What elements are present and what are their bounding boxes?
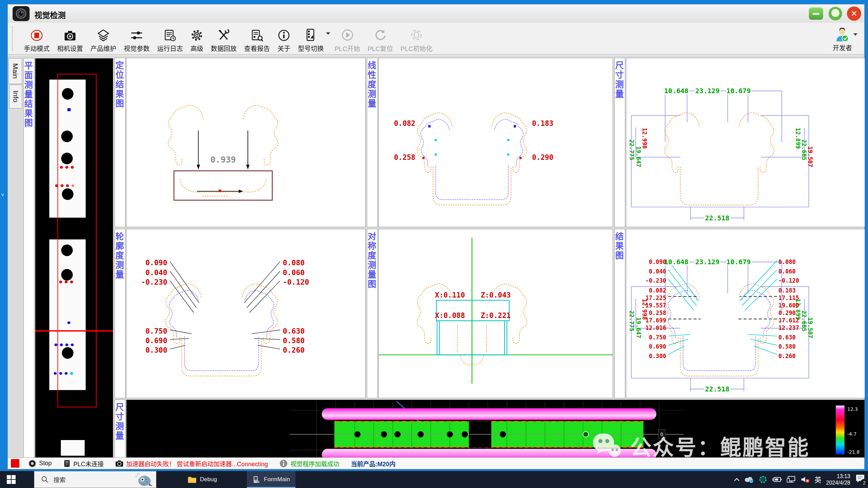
plane-view-label: 平面测量结果图: [23, 58, 34, 459]
plc-start-icon: [341, 28, 354, 42]
toolbar-plc-reset[interactable]: PLC复位: [364, 28, 397, 53]
teal-ring-icon[interactable]: [759, 475, 767, 484]
start-button[interactable]: [0, 471, 22, 488]
result-value: 0.082: [649, 287, 666, 294]
symmetry-value: X:0.088: [435, 311, 465, 320]
toolbar-data-replay[interactable]: 数据回放: [207, 28, 240, 53]
scale-mid-label: -4.7: [847, 431, 856, 437]
tray-expand-icon[interactable]: [734, 477, 740, 482]
info-icon: [277, 28, 290, 42]
developer-label: 开发者: [833, 43, 852, 52]
toolbar-camera-settings[interactable]: 相机设置: [53, 28, 87, 53]
status-accel-error: 加速器启动失败！ 尝试重新启动加速器...Connecting: [115, 459, 268, 468]
toolbar-view-report[interactable]: 查看报告: [240, 28, 274, 53]
positioning-panel-canvas: 0.939: [126, 58, 365, 227]
network-icon[interactable]: [787, 476, 796, 483]
developer-menu[interactable]: 开发者: [833, 29, 858, 52]
model-switch-caret-icon[interactable]: [326, 32, 330, 35]
profile-value: 0.040: [146, 268, 167, 277]
profile-value: 0.090: [146, 259, 167, 267]
symmetry-value: Z:0.043: [481, 291, 511, 299]
developer-caret-icon[interactable]: [853, 33, 857, 36]
toolbar-label: PLC开始: [335, 44, 360, 53]
linearity-value: 0.290: [532, 153, 554, 162]
toolbar-manual-mode[interactable]: 手动模式: [20, 28, 53, 53]
linearity-panel-canvas: 0.082 0.183 0.258 0.290: [378, 58, 613, 227]
report-icon: [250, 28, 264, 42]
volume-muted-icon[interactable]: [800, 476, 810, 483]
app-window: 视觉检测 ✕ 手动模式 相机设置 产品维护 视觉参数 运行日志 高级: [7, 4, 865, 469]
maximize-button[interactable]: [829, 7, 842, 20]
dim-value: 23.129: [695, 87, 720, 95]
dim-value: 10.648: [664, 87, 688, 95]
battery-icon[interactable]: [772, 476, 782, 483]
result-value: 0.060: [778, 268, 796, 274]
dim-value: 12.899: [795, 128, 801, 149]
linearity-panel-label: 线性度测量: [367, 58, 378, 227]
profile-panel-canvas: 0.090 0.040 -0.230 0.750 0.690 0.300 0.0…: [126, 229, 365, 398]
result-value: 12.016: [645, 324, 666, 331]
tools-icon: [217, 28, 230, 42]
toolbar-label: PLC初始化: [401, 44, 432, 53]
profile-value: 0.260: [283, 346, 305, 355]
sliders-icon: [130, 28, 143, 42]
profile-value: -0.120: [283, 278, 309, 286]
taskbar: 搜索 Debug FormMain 英 13:13 2024/4/28 2: [0, 471, 868, 488]
symmetry-value: X:0.110: [435, 291, 465, 299]
dim-value: 22.518: [705, 214, 730, 222]
profile-value: 0.060: [283, 268, 305, 277]
ime-indicator[interactable]: 英: [815, 475, 821, 485]
toolbar-plc-start[interactable]: PLC开始: [331, 28, 364, 53]
toolbar-label: 手动模式: [24, 44, 50, 53]
camera-alert-icon: [115, 460, 123, 467]
result-value: -0.230: [645, 277, 666, 284]
toolbar-vision-params[interactable]: 视觉参数: [120, 28, 153, 53]
taskbar-search-input[interactable]: 搜索: [34, 471, 156, 488]
cloud-panel-canvas: 0 12.3 -4.7 -21.8: [126, 400, 865, 459]
taskbar-app-debug[interactable]: Debug: [182, 471, 222, 488]
status-load-ok: 视觉程序加载成功: [279, 459, 339, 468]
toolbar-plc-init[interactable]: PLC初始化: [397, 28, 436, 53]
status-bar: Stop PLC未连接 加速器启动失败！ 尝试重新启动加速器...Connect…: [8, 457, 864, 469]
result-value: 0.183: [778, 287, 796, 294]
toolbar-model-switch[interactable]: 型号切换: [294, 28, 327, 53]
tab-info[interactable]: Info: [9, 85, 22, 108]
notification-count: 2: [860, 479, 868, 487]
roi-rectangle: [57, 74, 97, 407]
camera-icon: [64, 28, 76, 42]
linearity-value: 0.082: [394, 119, 415, 128]
info-circle-icon: [279, 459, 288, 468]
minimize-button[interactable]: [809, 7, 823, 20]
system-tray: 英 13:13 2024/4/28 2: [734, 471, 865, 488]
close-button[interactable]: ✕: [847, 6, 861, 21]
result-value: 0.630: [778, 334, 796, 341]
profile-value: 0.300: [146, 346, 167, 355]
taskbar-clock[interactable]: 13:13 2024/4/28: [826, 473, 850, 486]
toolbar-advanced[interactable]: 高级: [187, 28, 207, 53]
formmain-icon: [252, 475, 260, 484]
manual-mode-icon: [30, 28, 43, 42]
cloud-sync-icon[interactable]: [745, 476, 754, 483]
tab-main[interactable]: Main: [8, 58, 22, 84]
result-value: 17.115: [778, 295, 799, 301]
result-value: 12.237: [778, 324, 799, 331]
plc-icon: [63, 459, 71, 468]
dim-value: 10.679: [726, 87, 751, 95]
notification-center[interactable]: 2: [855, 474, 865, 485]
symmetry-panel-label: 对称度测量图: [367, 229, 378, 398]
fish-app-icon[interactable]: [134, 471, 153, 488]
positioning-panel-label: 定位结果图: [115, 58, 125, 227]
dim-value: 23.129: [695, 258, 720, 266]
taskbar-app-formmain[interactable]: FormMain: [247, 471, 295, 488]
profile-value: 0.630: [283, 327, 305, 335]
toolbar-product-maintenance[interactable]: 产品维护: [87, 28, 120, 53]
profile-value: 0.750: [146, 327, 167, 335]
toolbar-run-log[interactable]: 运行日志: [153, 28, 187, 53]
dim-value: 10.648: [664, 258, 688, 266]
symmetry-value: Z:0.221: [481, 311, 511, 320]
result-value: 0.258: [649, 309, 666, 316]
toolbar-about[interactable]: 关于: [274, 28, 294, 53]
profile-value: 0.690: [146, 336, 167, 345]
layers-icon: [97, 28, 110, 42]
dim-value: 22.775: [628, 310, 635, 332]
